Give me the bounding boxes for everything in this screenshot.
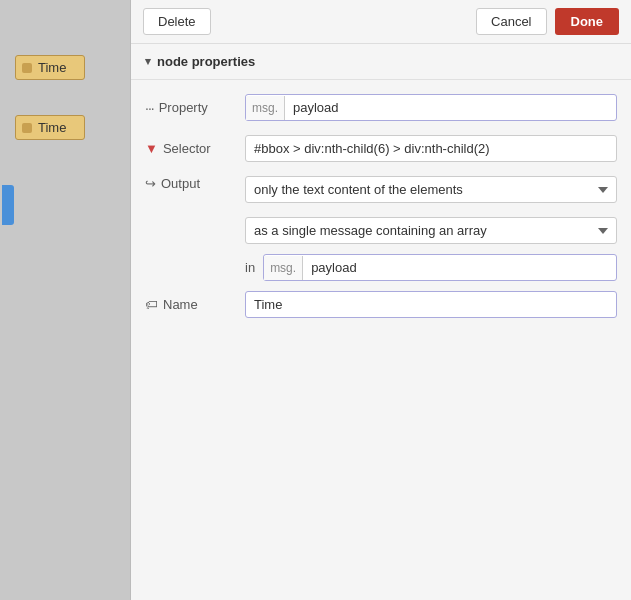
property-input-wrapper: msg. xyxy=(245,94,617,121)
output-row: ↪ Output only the text content of the el… xyxy=(145,176,617,203)
output-arrow-icon: ↪ xyxy=(145,176,156,191)
name-row: 🏷 Name xyxy=(145,291,617,318)
name-label-text: Name xyxy=(163,297,198,312)
done-button[interactable]: Done xyxy=(555,8,620,35)
dots-icon: ··· xyxy=(145,100,154,116)
canvas-panel: Time Time xyxy=(0,0,130,600)
toolbar-left: Delete xyxy=(143,8,211,35)
properties-content: ··· Property msg. ▼ Selector ↪ xyxy=(131,80,631,600)
node-time-2-label: Time xyxy=(38,120,66,135)
output-label-text: Output xyxy=(161,176,200,191)
name-label: 🏷 Name xyxy=(145,297,245,312)
chevron-icon: ▾ xyxy=(145,55,151,68)
property-label-text: Property xyxy=(159,100,208,115)
property-row: ··· Property msg. xyxy=(145,94,617,121)
in-payload-input[interactable] xyxy=(303,255,616,280)
output-value: only the text content of the elements xyxy=(245,176,617,203)
selector-value xyxy=(245,135,617,162)
tag-icon: 🏷 xyxy=(145,297,158,312)
output-label: ↪ Output xyxy=(145,176,245,191)
toolbar: Delete Cancel Done xyxy=(131,0,631,44)
in-row: in msg. xyxy=(245,254,617,281)
section-title: node properties xyxy=(157,54,255,69)
properties-panel: Delete Cancel Done ▾ node properties ···… xyxy=(130,0,631,600)
in-msg-prefix: msg. xyxy=(264,256,303,280)
section-header[interactable]: ▾ node properties xyxy=(131,44,631,80)
name-input[interactable] xyxy=(245,291,617,318)
cancel-button[interactable]: Cancel xyxy=(476,8,546,35)
name-value xyxy=(245,291,617,318)
delete-button[interactable]: Delete xyxy=(143,8,211,35)
property-value: msg. xyxy=(245,94,617,121)
blue-connector xyxy=(2,185,14,225)
node-time-1[interactable]: Time xyxy=(15,55,85,80)
node-time-2[interactable]: Time xyxy=(15,115,85,140)
property-prefix: msg. xyxy=(246,96,285,120)
output-value-2: as a single message containing an array xyxy=(245,217,617,244)
toolbar-right: Cancel Done xyxy=(476,8,619,35)
output-sub-row: as a single message containing an array xyxy=(245,217,617,244)
output-select-2[interactable]: as a single message containing an array xyxy=(245,217,617,244)
filter-icon: ▼ xyxy=(145,141,158,156)
output-select-1[interactable]: only the text content of the elements xyxy=(245,176,617,203)
in-label: in xyxy=(245,260,255,275)
in-input-wrapper: msg. xyxy=(263,254,617,281)
property-label: ··· Property xyxy=(145,100,245,116)
selector-label-text: Selector xyxy=(163,141,211,156)
selector-row: ▼ Selector xyxy=(145,135,617,162)
selector-input[interactable] xyxy=(245,135,617,162)
property-input[interactable] xyxy=(285,95,616,120)
selector-label: ▼ Selector xyxy=(145,141,245,156)
node-time-1-label: Time xyxy=(38,60,66,75)
